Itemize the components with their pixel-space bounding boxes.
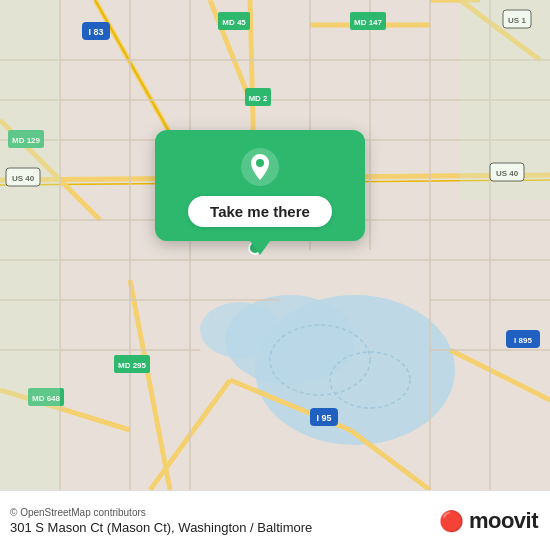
map-background: I 83 US 1 MD 147 MD 45 MD 2 US 40 US 40 … [0,0,550,490]
svg-text:MD 295: MD 295 [118,361,147,370]
svg-text:MD 2: MD 2 [248,94,268,103]
moovit-emoji-icon: 🔴 [439,509,464,533]
svg-text:I 95: I 95 [316,413,331,423]
copyright-text: © OpenStreetMap contributors [10,507,312,518]
svg-point-67 [256,159,264,167]
moovit-brand-text: moovit [469,508,538,534]
footer-info: © OpenStreetMap contributors 301 S Mason… [10,507,312,535]
footer-bar: © OpenStreetMap contributors 301 S Mason… [0,490,550,550]
moovit-logo: 🔴 moovit [439,508,538,534]
location-pin-icon [241,148,279,186]
svg-text:I 895: I 895 [514,336,532,345]
svg-text:I 83: I 83 [88,27,103,37]
address-text: 301 S Mason Ct (Mason Ct), Washington / … [10,520,312,535]
location-popup: Take me there [155,130,365,241]
map-container: I 83 US 1 MD 147 MD 45 MD 2 US 40 US 40 … [0,0,550,490]
svg-text:MD 45: MD 45 [222,18,246,27]
take-me-there-button[interactable]: Take me there [188,196,332,227]
svg-rect-63 [0,0,60,490]
svg-text:MD 147: MD 147 [354,18,383,27]
svg-point-3 [200,302,280,358]
svg-rect-64 [460,0,550,200]
